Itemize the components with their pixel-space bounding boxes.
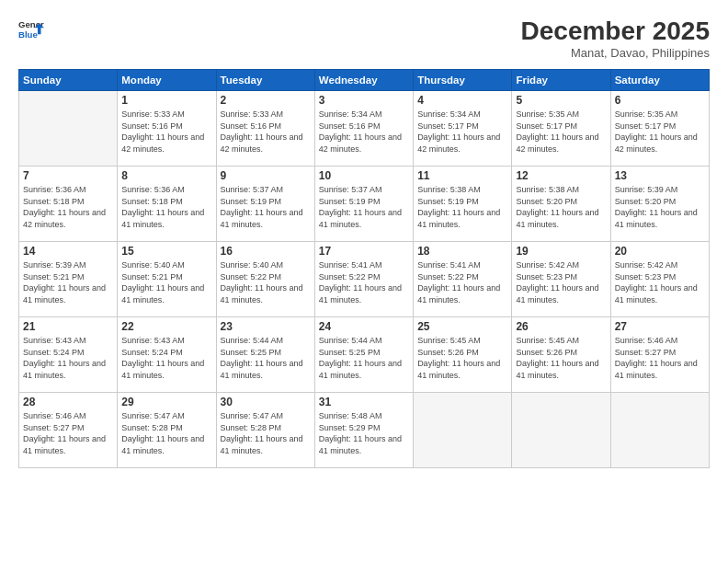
calendar: Sunday Monday Tuesday Wednesday Thursday… xyxy=(18,69,710,468)
table-row xyxy=(414,393,512,468)
day-info: Sunrise: 5:34 AM Sunset: 5:17 PM Dayligh… xyxy=(417,109,507,155)
day-info: Sunrise: 5:48 AM Sunset: 5:29 PM Dayligh… xyxy=(319,410,409,456)
page: General Blue December 2025 Manat, Davao,… xyxy=(0,0,728,563)
day-info: Sunrise: 5:33 AM Sunset: 5:16 PM Dayligh… xyxy=(121,109,211,155)
day-info: Sunrise: 5:38 AM Sunset: 5:20 PM Dayligh… xyxy=(516,184,606,230)
day-number: 9 xyxy=(221,169,311,182)
table-row: 3Sunrise: 5:34 AM Sunset: 5:16 PM Daylig… xyxy=(314,91,413,167)
title-block: December 2025 Manat, Davao, Philippines xyxy=(521,17,710,60)
day-info: Sunrise: 5:35 AM Sunset: 5:17 PM Dayligh… xyxy=(615,109,705,155)
table-row: 11Sunrise: 5:38 AM Sunset: 5:19 PM Dayli… xyxy=(414,167,512,242)
day-info: Sunrise: 5:39 AM Sunset: 5:20 PM Dayligh… xyxy=(615,184,705,230)
calendar-week-2: 14Sunrise: 5:39 AM Sunset: 5:21 PM Dayli… xyxy=(19,242,710,317)
table-row: 6Sunrise: 5:35 AM Sunset: 5:17 PM Daylig… xyxy=(610,91,709,167)
table-row xyxy=(19,91,118,167)
day-info: Sunrise: 5:42 AM Sunset: 5:23 PM Dayligh… xyxy=(516,259,606,305)
table-row: 1Sunrise: 5:33 AM Sunset: 5:16 PM Daylig… xyxy=(118,91,216,167)
day-number: 19 xyxy=(516,245,606,258)
day-info: Sunrise: 5:45 AM Sunset: 5:26 PM Dayligh… xyxy=(417,335,507,381)
day-number: 2 xyxy=(221,94,311,107)
day-info: Sunrise: 5:40 AM Sunset: 5:21 PM Dayligh… xyxy=(121,259,211,305)
table-row: 30Sunrise: 5:47 AM Sunset: 5:28 PM Dayli… xyxy=(216,393,314,468)
day-number: 1 xyxy=(121,94,211,107)
table-row: 12Sunrise: 5:38 AM Sunset: 5:20 PM Dayli… xyxy=(512,167,610,242)
table-row: 14Sunrise: 5:39 AM Sunset: 5:21 PM Dayli… xyxy=(19,242,118,317)
calendar-week-3: 21Sunrise: 5:43 AM Sunset: 5:24 PM Dayli… xyxy=(19,317,710,393)
col-sunday: Sunday xyxy=(19,70,118,91)
day-number: 31 xyxy=(319,396,409,408)
day-number: 27 xyxy=(615,320,705,333)
day-number: 12 xyxy=(516,169,606,182)
col-friday: Friday xyxy=(512,70,610,91)
day-number: 18 xyxy=(417,245,507,258)
day-info: Sunrise: 5:36 AM Sunset: 5:18 PM Dayligh… xyxy=(23,184,113,230)
day-info: Sunrise: 5:34 AM Sunset: 5:16 PM Dayligh… xyxy=(319,109,409,155)
day-info: Sunrise: 5:35 AM Sunset: 5:17 PM Dayligh… xyxy=(516,109,606,155)
day-number: 5 xyxy=(516,94,606,107)
day-info: Sunrise: 5:47 AM Sunset: 5:28 PM Dayligh… xyxy=(121,410,211,456)
table-row: 15Sunrise: 5:40 AM Sunset: 5:21 PM Dayli… xyxy=(118,242,216,317)
day-info: Sunrise: 5:45 AM Sunset: 5:26 PM Dayligh… xyxy=(516,335,606,381)
table-row: 19Sunrise: 5:42 AM Sunset: 5:23 PM Dayli… xyxy=(512,242,610,317)
table-row: 17Sunrise: 5:41 AM Sunset: 5:22 PM Dayli… xyxy=(314,242,413,317)
day-info: Sunrise: 5:44 AM Sunset: 5:25 PM Dayligh… xyxy=(319,335,409,381)
day-info: Sunrise: 5:40 AM Sunset: 5:22 PM Dayligh… xyxy=(221,259,311,305)
table-row: 7Sunrise: 5:36 AM Sunset: 5:18 PM Daylig… xyxy=(19,167,118,242)
day-number: 21 xyxy=(23,320,113,333)
day-info: Sunrise: 5:37 AM Sunset: 5:19 PM Dayligh… xyxy=(221,184,311,230)
day-number: 3 xyxy=(319,94,409,107)
table-row: 23Sunrise: 5:44 AM Sunset: 5:25 PM Dayli… xyxy=(216,317,314,393)
table-row: 9Sunrise: 5:37 AM Sunset: 5:19 PM Daylig… xyxy=(216,167,314,242)
table-row: 28Sunrise: 5:46 AM Sunset: 5:27 PM Dayli… xyxy=(19,393,118,468)
table-row: 8Sunrise: 5:36 AM Sunset: 5:18 PM Daylig… xyxy=(118,167,216,242)
day-info: Sunrise: 5:37 AM Sunset: 5:19 PM Dayligh… xyxy=(319,184,409,230)
table-row xyxy=(512,393,610,468)
day-info: Sunrise: 5:42 AM Sunset: 5:23 PM Dayligh… xyxy=(615,259,705,305)
svg-text:Blue: Blue xyxy=(18,29,38,40)
table-row: 21Sunrise: 5:43 AM Sunset: 5:24 PM Dayli… xyxy=(19,317,118,393)
day-info: Sunrise: 5:47 AM Sunset: 5:28 PM Dayligh… xyxy=(221,410,311,456)
col-thursday: Thursday xyxy=(414,70,512,91)
table-row: 25Sunrise: 5:45 AM Sunset: 5:26 PM Dayli… xyxy=(414,317,512,393)
calendar-header-row: Sunday Monday Tuesday Wednesday Thursday… xyxy=(19,70,710,91)
day-number: 26 xyxy=(516,320,606,333)
day-info: Sunrise: 5:43 AM Sunset: 5:24 PM Dayligh… xyxy=(23,335,113,381)
table-row: 27Sunrise: 5:46 AM Sunset: 5:27 PM Dayli… xyxy=(610,317,709,393)
table-row: 13Sunrise: 5:39 AM Sunset: 5:20 PM Dayli… xyxy=(610,167,709,242)
table-row: 18Sunrise: 5:41 AM Sunset: 5:22 PM Dayli… xyxy=(414,242,512,317)
table-row: 4Sunrise: 5:34 AM Sunset: 5:17 PM Daylig… xyxy=(414,91,512,167)
header: General Blue December 2025 Manat, Davao,… xyxy=(18,17,710,60)
location: Manat, Davao, Philippines xyxy=(521,46,710,60)
day-info: Sunrise: 5:43 AM Sunset: 5:24 PM Dayligh… xyxy=(121,335,211,381)
day-number: 10 xyxy=(319,169,409,182)
col-saturday: Saturday xyxy=(610,70,709,91)
day-number: 8 xyxy=(121,169,211,182)
day-number: 30 xyxy=(221,396,311,408)
col-wednesday: Wednesday xyxy=(314,70,413,91)
day-info: Sunrise: 5:33 AM Sunset: 5:16 PM Dayligh… xyxy=(221,109,311,155)
day-info: Sunrise: 5:44 AM Sunset: 5:25 PM Dayligh… xyxy=(221,335,311,381)
day-number: 7 xyxy=(23,169,113,182)
day-number: 13 xyxy=(615,169,705,182)
day-number: 4 xyxy=(417,94,507,107)
logo-icon: General Blue xyxy=(18,17,44,42)
day-info: Sunrise: 5:36 AM Sunset: 5:18 PM Dayligh… xyxy=(121,184,211,230)
day-number: 22 xyxy=(121,320,211,333)
table-row: 24Sunrise: 5:44 AM Sunset: 5:25 PM Dayli… xyxy=(314,317,413,393)
day-number: 28 xyxy=(23,396,113,408)
day-number: 25 xyxy=(417,320,507,333)
table-row: 10Sunrise: 5:37 AM Sunset: 5:19 PM Dayli… xyxy=(314,167,413,242)
table-row: 2Sunrise: 5:33 AM Sunset: 5:16 PM Daylig… xyxy=(216,91,314,167)
logo: General Blue xyxy=(18,17,44,42)
table-row xyxy=(610,393,709,468)
day-number: 16 xyxy=(221,245,311,258)
month-title: December 2025 xyxy=(521,17,710,46)
table-row: 16Sunrise: 5:40 AM Sunset: 5:22 PM Dayli… xyxy=(216,242,314,317)
col-tuesday: Tuesday xyxy=(216,70,314,91)
col-monday: Monday xyxy=(118,70,216,91)
calendar-week-1: 7Sunrise: 5:36 AM Sunset: 5:18 PM Daylig… xyxy=(19,167,710,242)
day-info: Sunrise: 5:46 AM Sunset: 5:27 PM Dayligh… xyxy=(615,335,705,381)
day-number: 14 xyxy=(23,245,113,258)
day-number: 29 xyxy=(121,396,211,408)
day-number: 20 xyxy=(615,245,705,258)
